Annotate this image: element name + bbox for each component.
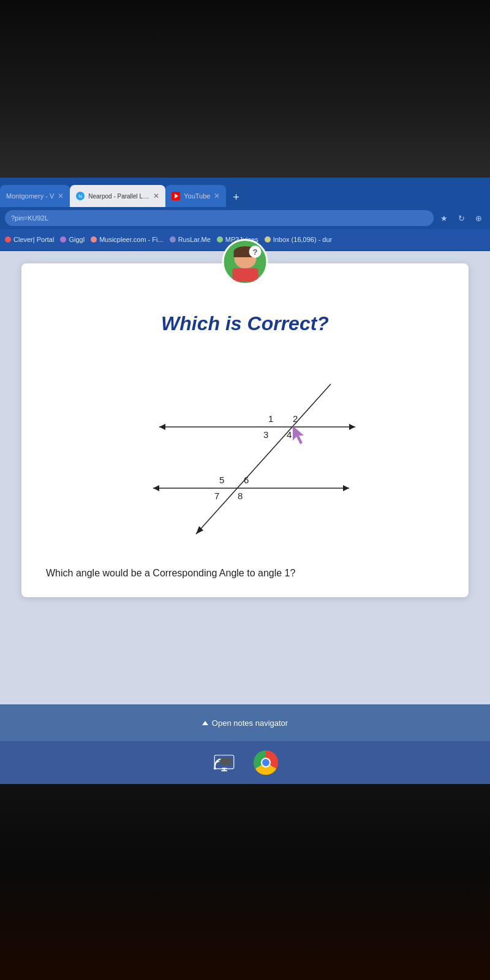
giggl-icon — [60, 236, 66, 243]
question-badge: ? — [249, 246, 262, 258]
cast-taskbar-icon[interactable] — [209, 748, 239, 777]
svg-marker-1 — [349, 424, 355, 430]
music-icon — [91, 236, 97, 243]
diagram-container: 1 2 3 4 5 6 7 8 — [40, 347, 450, 549]
bookmark-musicpleer[interactable]: Musicpleer.com - Fi... — [91, 236, 164, 243]
taskbar — [0, 741, 490, 784]
clever-icon — [5, 236, 11, 243]
svg-point-19 — [214, 767, 216, 770]
avatar: ? — [222, 239, 268, 285]
svg-marker-5 — [153, 485, 159, 491]
bookmark-clever[interactable]: Clever| Portal — [5, 236, 54, 243]
bookmark-star-icon[interactable]: ★ — [437, 211, 451, 225]
svg-marker-4 — [343, 485, 349, 491]
svg-text:5: 5 — [219, 475, 224, 485]
svg-line-6 — [196, 384, 331, 534]
tab-youtube-label: YouTube — [184, 192, 210, 200]
tab-youtube-close[interactable]: ✕ — [214, 192, 220, 200]
char-body — [232, 268, 258, 282]
avatar-container: ? — [222, 239, 268, 285]
new-tab-button[interactable]: + — [226, 187, 246, 207]
question-text: Which angle would be a Corresponding Ang… — [40, 568, 450, 579]
bookmark-ruslar[interactable]: RusLar.Me — [170, 236, 211, 243]
bookmark-clever-label: Clever| Portal — [13, 236, 54, 243]
tab-nearpod-label: Nearpod - Parallel Lines and T — [88, 193, 149, 200]
svg-rect-20 — [221, 758, 231, 764]
bookmark-musicpleer-label: Musicpleer.com - Fi... — [99, 236, 164, 243]
svg-text:4: 4 — [287, 429, 292, 440]
bookmark-giggl[interactable]: Giggl — [60, 236, 85, 243]
bookmark-giggl-label: Giggl — [69, 236, 85, 243]
refresh-icon[interactable]: ↻ — [454, 211, 468, 225]
chrome-icon-inner — [261, 758, 271, 767]
tab-nearpod[interactable]: N Nearpod - Parallel Lines and T ✕ — [70, 185, 165, 207]
tab-montgomery-label: Montgomery - V — [6, 192, 54, 200]
chrome-taskbar-icon[interactable] — [251, 748, 281, 777]
chrome-icon-circle — [254, 750, 278, 775]
bookmark-inbox-label: Inbox (16,096) - dur — [273, 236, 333, 243]
slide-card: ? Which is Correct? — [21, 263, 469, 597]
open-notes-button[interactable]: Open notes navigator — [202, 718, 288, 728]
address-bar[interactable]: ?pin=KU92L — [5, 210, 434, 226]
monitor-top-bezel — [0, 0, 490, 178]
bottom-bar: Open notes navigator — [0, 704, 490, 741]
bookmark-inbox[interactable]: Inbox (16,096) - dur — [265, 236, 333, 243]
slide-title: Which is Correct? — [161, 312, 329, 335]
tab-bar: Montgomery - V ✕ N Nearpod - Parallel Li… — [0, 178, 490, 207]
open-notes-label: Open notes navigator — [212, 718, 288, 728]
bookmark-ruslar-label: RusLar.Me — [178, 236, 211, 243]
svg-text:6: 6 — [244, 475, 249, 485]
svg-text:8: 8 — [238, 491, 243, 501]
cast-icon-svg — [213, 751, 236, 774]
geometry-diagram: 1 2 3 4 5 6 7 8 — [98, 347, 392, 549]
svg-marker-2 — [159, 424, 165, 430]
monitor-bottom-bezel — [0, 784, 490, 980]
nearpod-favicon-icon: N — [76, 192, 85, 200]
ruslar-icon — [170, 236, 176, 243]
youtube-play-icon — [175, 194, 178, 198]
svg-text:3: 3 — [263, 429, 268, 440]
svg-text:1: 1 — [268, 413, 273, 424]
triangle-up-icon — [202, 721, 208, 725]
address-bar-row: ?pin=KU92L ★ ↻ ⊕ — [0, 207, 490, 229]
svg-marker-12 — [293, 426, 304, 444]
main-content: ? Which is Correct? — [0, 251, 490, 704]
tab-nearpod-close[interactable]: ✕ — [153, 192, 159, 200]
address-text: ?pin=KU92L — [11, 214, 48, 222]
tab-montgomery-close[interactable]: ✕ — [58, 192, 64, 200]
svg-text:7: 7 — [214, 491, 219, 501]
svg-text:2: 2 — [293, 413, 298, 424]
address-bar-icons: ★ ↻ ⊕ — [437, 211, 485, 225]
tab-montgomery[interactable]: Montgomery - V ✕ — [0, 185, 70, 207]
account-icon[interactable]: ⊕ — [472, 211, 485, 225]
youtube-favicon-icon — [172, 192, 180, 200]
tab-youtube[interactable]: YouTube ✕ — [165, 185, 226, 207]
